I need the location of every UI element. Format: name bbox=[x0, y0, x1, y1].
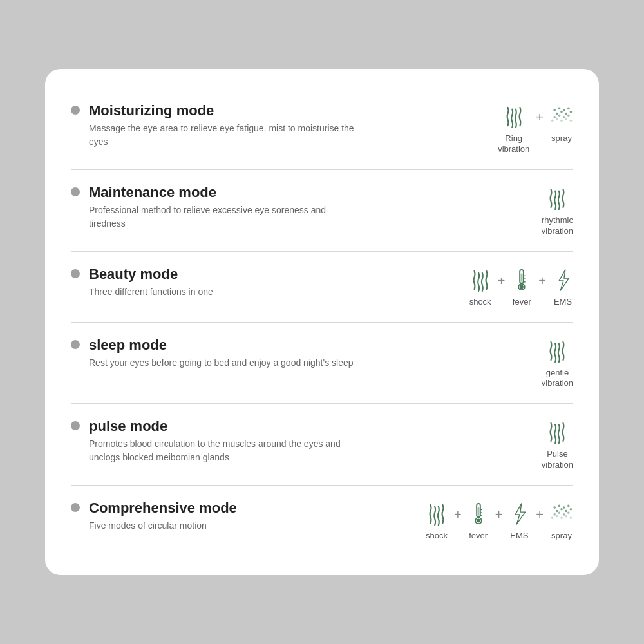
fever-label: fever bbox=[513, 297, 531, 308]
plus-sign: + bbox=[495, 505, 503, 522]
plus-sign: + bbox=[536, 505, 544, 522]
svg-point-9 bbox=[558, 114, 561, 117]
mode-text-pulse: pulse modePromotes blood circulation to … bbox=[89, 418, 359, 464]
mode-icons-pulse: Pulse vibration bbox=[542, 418, 573, 471]
mode-left-sleep: sleep modeRest your eyes before going to… bbox=[71, 337, 542, 370]
bullet-point bbox=[71, 340, 80, 349]
fever-label: fever bbox=[469, 531, 488, 542]
svg-rect-26 bbox=[477, 507, 479, 516]
svg-point-40 bbox=[570, 508, 573, 511]
ring-vibration-icon bbox=[504, 105, 524, 131]
gentle-vibration-icon bbox=[547, 339, 567, 365]
mode-description-maintenance: Professional method to relieve excessive… bbox=[89, 204, 359, 231]
pulse-vibration-label: Pulse vibration bbox=[542, 449, 573, 471]
svg-point-47 bbox=[560, 517, 563, 520]
svg-point-36 bbox=[567, 505, 570, 507]
mode-text-moisturizing: Moisturizing modeMassage the eye area to… bbox=[89, 102, 359, 149]
bullet-point bbox=[71, 421, 80, 430]
mode-row-pulse: pulse modePromotes blood circulation to … bbox=[71, 404, 573, 486]
spray-icon bbox=[550, 502, 573, 528]
mode-icons-beauty: shock+ fever+ EMS bbox=[469, 266, 573, 308]
icon-group-ems: EMS bbox=[509, 502, 529, 542]
shock-icon bbox=[470, 269, 491, 294]
fever-icon bbox=[511, 269, 532, 294]
ring-vibration-label: Ring vibration bbox=[498, 133, 529, 155]
mode-description-pulse: Promotes blood circulation to the muscle… bbox=[89, 437, 359, 464]
mode-title-maintenance: Maintenance mode bbox=[89, 184, 359, 201]
mode-left-maintenance: Maintenance modeProfessional method to r… bbox=[71, 184, 542, 231]
mode-left-comprehensive: Comprehensive modeFive modes of circular… bbox=[71, 500, 426, 533]
svg-marker-24 bbox=[559, 270, 569, 290]
main-card: Moisturizing modeMassage the eye area to… bbox=[45, 69, 599, 575]
svg-point-42 bbox=[558, 511, 561, 514]
mode-text-maintenance: Maintenance modeProfessional method to r… bbox=[89, 184, 359, 231]
mode-row-beauty: Beauty modeThree different functions in … bbox=[71, 252, 573, 323]
svg-point-2 bbox=[563, 109, 565, 111]
svg-point-35 bbox=[563, 506, 565, 509]
svg-point-10 bbox=[563, 116, 565, 118]
mode-row-comprehensive: Comprehensive modeFive modes of circular… bbox=[71, 486, 573, 556]
mode-title-moisturizing: Moisturizing mode bbox=[89, 102, 359, 119]
icon-group-spray: spray bbox=[550, 502, 573, 542]
icon-group-rhythmic-vibration: rhythmic vibration bbox=[542, 187, 573, 237]
fever-icon bbox=[468, 502, 489, 528]
svg-point-3 bbox=[567, 108, 570, 110]
ems-icon bbox=[553, 269, 573, 294]
svg-point-41 bbox=[553, 513, 556, 516]
svg-point-33 bbox=[553, 506, 556, 509]
svg-point-12 bbox=[551, 120, 554, 122]
icon-group-fever: fever bbox=[468, 502, 489, 542]
plus-sign: + bbox=[538, 271, 546, 289]
svg-rect-18 bbox=[521, 273, 523, 281]
icon-group-shock: shock bbox=[469, 269, 491, 308]
svg-point-48 bbox=[565, 515, 567, 518]
bullet-point bbox=[71, 187, 80, 196]
mode-left-beauty: Beauty modeThree different functions in … bbox=[71, 266, 469, 299]
icon-group-pulse-vibration: Pulse vibration bbox=[542, 421, 573, 471]
spray-icon bbox=[550, 105, 573, 131]
svg-point-44 bbox=[567, 511, 570, 514]
icon-group-ring-vibration: Ring vibration bbox=[498, 105, 529, 155]
bullet-point bbox=[71, 106, 80, 115]
svg-point-45 bbox=[551, 517, 554, 520]
icon-group-gentle-vibration: gentle vibration bbox=[542, 339, 573, 390]
mode-title-comprehensive: Comprehensive mode bbox=[89, 500, 237, 516]
mode-text-sleep: sleep modeRest your eyes before going to… bbox=[89, 337, 354, 370]
mode-icons-sleep: gentle vibration bbox=[542, 337, 573, 390]
svg-point-46 bbox=[556, 515, 558, 518]
mode-left-moisturizing: Moisturizing modeMassage the eye area to… bbox=[71, 102, 498, 149]
mode-icons-maintenance: rhythmic vibration bbox=[542, 184, 573, 237]
plus-sign: + bbox=[454, 505, 462, 522]
mode-title-beauty: Beauty mode bbox=[89, 266, 213, 283]
svg-point-20 bbox=[520, 285, 524, 289]
svg-point-16 bbox=[570, 120, 573, 122]
icon-group-shock: shock bbox=[426, 502, 448, 542]
mode-row-moisturizing: Moisturizing modeMassage the eye area to… bbox=[71, 88, 573, 170]
svg-point-43 bbox=[563, 513, 565, 516]
svg-point-37 bbox=[556, 510, 558, 513]
rhythmic-vibration-icon bbox=[547, 187, 567, 213]
mode-row-sleep: sleep modeRest your eyes before going to… bbox=[71, 323, 573, 404]
shock-label: shock bbox=[426, 531, 448, 542]
pulse-vibration-icon bbox=[547, 421, 567, 446]
mode-title-sleep: sleep mode bbox=[89, 337, 354, 354]
mode-description-sleep: Rest your eyes before going to bed and e… bbox=[89, 356, 354, 370]
svg-point-7 bbox=[570, 111, 573, 113]
bullet-point bbox=[71, 269, 80, 278]
mode-text-comprehensive: Comprehensive modeFive modes of circular… bbox=[89, 500, 237, 533]
ems-icon bbox=[509, 502, 529, 528]
svg-point-14 bbox=[560, 120, 563, 122]
bullet-point bbox=[71, 503, 80, 512]
mode-left-pulse: pulse modePromotes blood circulation to … bbox=[71, 418, 542, 464]
mode-text-beauty: Beauty modeThree different functions in … bbox=[89, 266, 213, 299]
mode-icons-comprehensive: shock+ fever+ EMS+ spray bbox=[426, 500, 573, 542]
ems-label: EMS bbox=[510, 531, 528, 542]
mode-description-comprehensive: Five modes of circular motion bbox=[89, 519, 237, 533]
rhythmic-vibration-label: rhythmic vibration bbox=[542, 215, 573, 237]
svg-point-34 bbox=[558, 505, 561, 507]
icon-group-spray: spray bbox=[550, 105, 573, 144]
ems-label: EMS bbox=[554, 297, 572, 308]
svg-marker-32 bbox=[516, 504, 526, 524]
shock-icon bbox=[426, 502, 447, 528]
svg-point-13 bbox=[556, 118, 558, 120]
